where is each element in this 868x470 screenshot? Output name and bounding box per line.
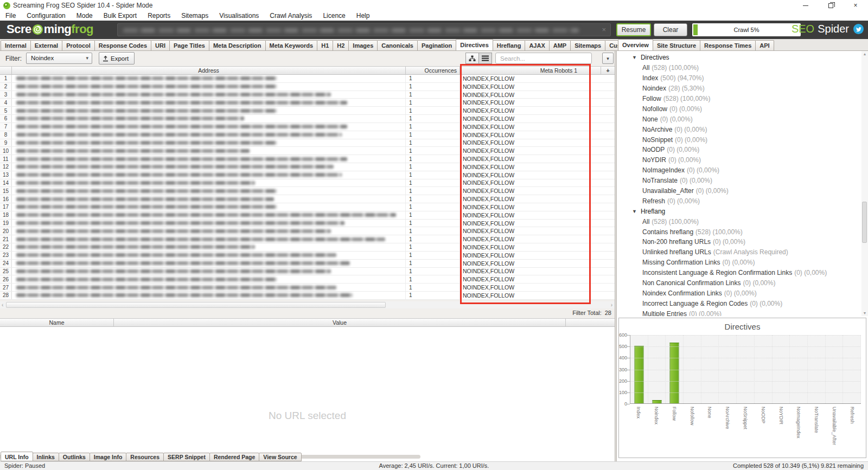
export-button[interactable]: Export xyxy=(99,52,135,65)
detail-tab-view-source[interactable]: View Source xyxy=(259,453,301,461)
column-dropdown-button[interactable]: ▾ xyxy=(602,53,614,64)
table-row[interactable]: 91NOINDEX,FOLLOW xyxy=(0,139,615,147)
menu-item-licence[interactable]: Licence xyxy=(317,11,350,21)
detail-tab-image-info[interactable]: Image Info xyxy=(90,453,127,461)
table-row[interactable]: 151NOINDEX,FOLLOW xyxy=(0,187,615,195)
horizontal-scrollbar[interactable]: ‹ › xyxy=(0,301,615,308)
overview-item-hreflang-incorrect-language-region-codes[interactable]: Incorrect Language & Region Codes(0) (0,… xyxy=(617,298,868,308)
menu-item-crawl-analysis[interactable]: Crawl Analysis xyxy=(264,11,317,21)
table-row[interactable]: 241NOINDEX,FOLLOW xyxy=(0,260,615,268)
table-row[interactable]: 231NOINDEX,FOLLOW xyxy=(0,252,615,260)
table-row[interactable]: 251NOINDEX,FOLLOW xyxy=(0,268,615,276)
clear-url-icon[interactable]: × xyxy=(602,25,606,34)
overview-item-directives-index[interactable]: Index(500) (94,70%) xyxy=(617,73,868,83)
table-row[interactable]: 101NOINDEX,FOLLOW xyxy=(0,147,615,155)
table-row[interactable]: 81NOINDEX,FOLLOW xyxy=(0,131,615,139)
menu-item-configuration[interactable]: Configuration xyxy=(21,11,71,21)
overview-item-hreflang-contains-hreflang[interactable]: Contains hreflang(528) (100,00%) xyxy=(617,227,868,237)
tab-meta-keywords[interactable]: Meta Keywords xyxy=(265,40,318,50)
table-row[interactable]: 111NOINDEX,FOLLOW xyxy=(0,155,615,163)
overview-item-hreflang-non-200-hreflang-urls[interactable]: Non-200 hreflang URLs(0) (0,00%) xyxy=(617,237,868,247)
table-row[interactable]: 141NOINDEX,FOLLOW xyxy=(0,179,615,188)
tree-view-button[interactable] xyxy=(465,53,479,64)
table-row[interactable]: 121NOINDEX,FOLLOW xyxy=(0,163,615,171)
overview-item-directives-follow[interactable]: Follow(528) (100,00%) xyxy=(617,94,868,104)
scroll-up-icon[interactable]: ▲ xyxy=(861,52,868,56)
overview-item-directives-noodp[interactable]: NoODP(0) (0,00%) xyxy=(617,145,868,155)
table-row[interactable]: 161NOINDEX,FOLLOW xyxy=(0,195,615,203)
list-view-button[interactable] xyxy=(478,53,492,64)
twitter-icon[interactable] xyxy=(853,24,864,34)
scrollbar-thumb[interactable] xyxy=(6,302,386,308)
table-row[interactable]: 131NOINDEX,FOLLOW xyxy=(0,171,615,179)
tab-sitemaps[interactable]: Sitemaps xyxy=(570,40,605,50)
tab-protocol[interactable]: Protocol xyxy=(62,40,95,50)
overview-scrollbar-thumb[interactable] xyxy=(862,202,867,243)
overview-item-directives-none[interactable]: None(0) (0,00%) xyxy=(617,114,868,124)
tab-right-site-structure[interactable]: Site Structure xyxy=(653,40,700,50)
meta-robots-column-header[interactable]: Meta Robots 1 xyxy=(460,67,591,74)
tab-h1[interactable]: H1 xyxy=(317,40,333,50)
menu-item-sitemaps[interactable]: Sitemaps xyxy=(176,11,214,21)
detail-tab-outlinks[interactable]: Outlinks xyxy=(59,453,90,461)
overview-item-directives-noindex[interactable]: Noindex(28) (5,30%) xyxy=(617,83,868,94)
table-row[interactable]: 221NOINDEX,FOLLOW xyxy=(0,243,615,252)
table-row[interactable]: 21NOINDEX,FOLLOW xyxy=(0,83,615,91)
tab-hreflang[interactable]: Hreflang xyxy=(493,40,526,50)
table-row[interactable]: 281NOINDEX,FOLLOW xyxy=(0,292,615,300)
menu-item-mode[interactable]: Mode xyxy=(71,11,98,21)
close-button[interactable]: × xyxy=(843,0,868,11)
tab-ajax[interactable]: AJAX xyxy=(525,40,549,50)
tab-internal[interactable]: Internal xyxy=(1,40,31,50)
detail-tab-inlinks[interactable]: Inlinks xyxy=(33,453,59,461)
detail-tab-serp-snippet[interactable]: SERP Snippet xyxy=(163,453,210,461)
maximize-button[interactable] xyxy=(818,0,843,11)
overview-scrollbar[interactable]: ▲ ▼ xyxy=(861,51,868,316)
overview-item-directives-noydir[interactable]: NoYDIR(0) (0,00%) xyxy=(617,155,868,165)
menu-item-reports[interactable]: Reports xyxy=(142,11,176,21)
overview-item-hreflang-non-canonical-confirmation-links[interactable]: Non Canonical Confirmation Links(0) (0,0… xyxy=(617,278,868,288)
scroll-down-icon[interactable]: ▼ xyxy=(861,311,868,315)
tab-meta-description[interactable]: Meta Description xyxy=(209,40,266,50)
overview-item-directives-unavailable-after[interactable]: Unavailable_After(0) (0,00%) xyxy=(617,186,868,196)
table-row[interactable]: 41NOINDEX,FOLLOW xyxy=(0,99,615,107)
table-row[interactable]: 181NOINDEX,FOLLOW xyxy=(0,211,615,220)
overview-item-directives-nofollow[interactable]: Nofollow(0) (0,00%) xyxy=(617,104,868,114)
detail-tab-url-info[interactable]: URL Info xyxy=(1,452,33,461)
table-row[interactable]: 31NOINDEX,FOLLOW xyxy=(0,91,615,99)
table-row[interactable]: 171NOINDEX,FOLLOW xyxy=(0,203,615,211)
clear-button[interactable]: Clear xyxy=(654,23,687,36)
overview-item-directives-refresh[interactable]: Refresh(0) (0,00%) xyxy=(617,196,868,206)
menu-item-help[interactable]: Help xyxy=(351,11,375,21)
tab-canonicals[interactable]: Canonicals xyxy=(377,40,418,50)
overview-item-hreflang-multiple-entries[interactable]: Multiple Entries(0) (0,00%) xyxy=(617,308,868,316)
table-row[interactable]: 271NOINDEX,FOLLOW xyxy=(0,284,615,292)
table-row[interactable]: 11NOINDEX,FOLLOW xyxy=(0,75,615,83)
detail-tab-resources[interactable]: Resources xyxy=(126,453,164,461)
overview-section-directives[interactable]: ▼Directives xyxy=(617,53,868,63)
menu-item-file[interactable]: File xyxy=(0,11,21,21)
tab-page-titles[interactable]: Page Titles xyxy=(169,40,209,50)
tab-response-codes[interactable]: Response Codes xyxy=(94,40,151,50)
overview-item-hreflang-noindex-confirmation-links[interactable]: Noindex Confirmation Links(0) (0,00%) xyxy=(617,288,868,298)
overview-item-hreflang-inconsistent-language-region-confirmation-links[interactable]: Inconsistent Language & Region Confirmat… xyxy=(617,268,868,278)
add-column-button[interactable]: + xyxy=(601,67,615,74)
tab-amp[interactable]: AMP xyxy=(549,40,571,50)
scroll-left-icon[interactable]: ‹ xyxy=(2,301,3,308)
table-row[interactable]: 71NOINDEX,FOLLOW xyxy=(0,123,615,131)
tab-images[interactable]: Images xyxy=(348,40,378,50)
overview-item-directives-notranslate[interactable]: NoTranslate(0) (0,00%) xyxy=(617,176,868,186)
name-column-header[interactable]: Name xyxy=(0,319,114,326)
value-column-header[interactable]: Value xyxy=(114,319,566,326)
search-input[interactable] xyxy=(495,53,592,64)
overview-section-hreflang[interactable]: ▼Hreflang xyxy=(617,206,868,216)
tab-uri[interactable]: URI xyxy=(151,40,170,50)
tab-right-api[interactable]: API xyxy=(755,40,774,50)
tab-right-overview[interactable]: Overview xyxy=(618,39,653,50)
overview-item-directives-noarchive[interactable]: NoArchive(0) (0,00%) xyxy=(617,124,868,134)
occurrences-column-header[interactable]: Occurrences xyxy=(406,67,460,74)
table-row[interactable]: 261NOINDEX,FOLLOW xyxy=(0,275,615,284)
table-row[interactable]: 211NOINDEX,FOLLOW xyxy=(0,235,615,243)
overview-item-directives-all[interactable]: All(528) (100,00%) xyxy=(617,63,868,73)
tab-h2[interactable]: H2 xyxy=(333,40,349,50)
